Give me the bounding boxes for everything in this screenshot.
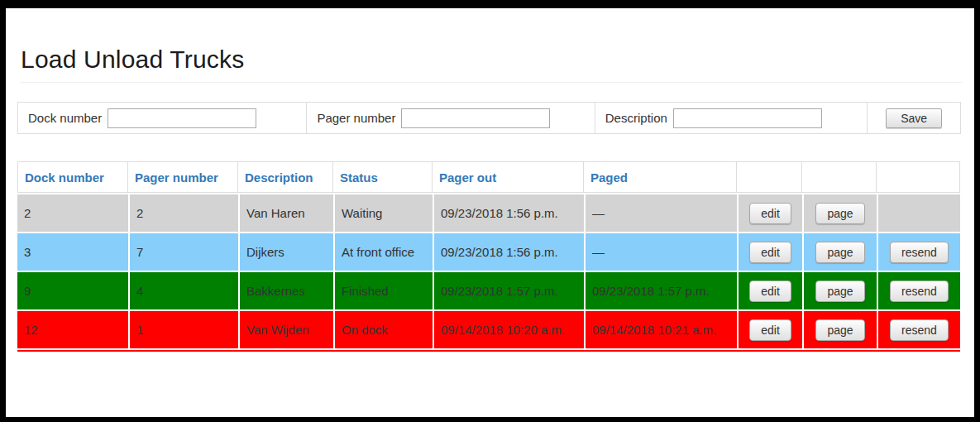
cell-description: Bakkernes bbox=[238, 271, 333, 309]
cell-paged: 09/14/2018 10:21 a.m. bbox=[584, 309, 737, 350]
cell-action-page: page bbox=[802, 309, 877, 350]
dock-number-input[interactable] bbox=[108, 108, 256, 128]
edit-button[interactable]: edit bbox=[749, 319, 791, 341]
cell-paged: — bbox=[584, 232, 737, 271]
page-content: Load Unload Trucks Dock number Pager num… bbox=[6, 46, 974, 352]
cell-paged: 09/23/2018 1:57 p.m. bbox=[584, 271, 737, 309]
table-row: 22Van HarenWaiting09/23/2018 1:56 p.m.—e… bbox=[17, 193, 960, 232]
cell-dock-number: 12 bbox=[17, 309, 128, 350]
cell-paged: — bbox=[584, 193, 737, 232]
cell-action-page: page bbox=[802, 193, 877, 232]
header-dock-number: Dock number bbox=[17, 161, 128, 193]
cell-pager-number: 2 bbox=[128, 193, 238, 232]
cell-action-edit: edit bbox=[737, 271, 802, 309]
page-button[interactable]: page bbox=[815, 242, 864, 263]
header-pager-out: Pager out bbox=[433, 161, 584, 193]
cell-description: Dijkers bbox=[238, 232, 333, 271]
cell-action-page: page bbox=[802, 232, 877, 271]
cell-action-resend bbox=[877, 193, 960, 232]
cell-dock-number: 3 bbox=[17, 232, 128, 271]
cell-status: On dock bbox=[333, 309, 433, 350]
page-button[interactable]: page bbox=[815, 203, 864, 224]
description-label: Description bbox=[605, 111, 667, 125]
cell-pager-out: 09/23/2018 1:57 p.m. bbox=[433, 271, 584, 309]
page-button[interactable]: page bbox=[815, 319, 864, 341]
page-button[interactable]: page bbox=[815, 281, 864, 302]
header-edit-actions bbox=[737, 161, 802, 193]
cell-status: Waiting bbox=[333, 193, 433, 232]
cell-action-resend: resend bbox=[877, 232, 960, 271]
table-row: 37DijkersAt front office09/23/2018 1:56 … bbox=[17, 232, 960, 271]
cell-action-page: page bbox=[802, 271, 877, 309]
cell-dock-number: 9 bbox=[17, 271, 128, 309]
header-status: Status bbox=[333, 161, 433, 193]
header-page-actions bbox=[802, 161, 877, 193]
pager-number-input[interactable] bbox=[401, 108, 550, 128]
cell-action-edit: edit bbox=[737, 309, 802, 350]
description-input[interactable] bbox=[673, 108, 822, 128]
cell-pager-number: 4 bbox=[128, 271, 238, 309]
trucks-table: Dock number Pager number Description Sta… bbox=[17, 161, 960, 352]
resend-button[interactable]: resend bbox=[890, 281, 949, 302]
title-divider bbox=[21, 82, 963, 83]
pager-number-label: Pager number bbox=[317, 111, 395, 125]
edit-button[interactable]: edit bbox=[749, 281, 791, 302]
cell-action-resend: resend bbox=[877, 271, 960, 309]
app-window: Load Unload Trucks Dock number Pager num… bbox=[6, 8, 974, 417]
table-row: 121Van WijdenOn dock09/14/2018 10:20 a.m… bbox=[17, 309, 960, 350]
cell-pager-number: 1 bbox=[128, 309, 238, 350]
cell-action-edit: edit bbox=[737, 232, 802, 271]
table-body: 22Van HarenWaiting09/23/2018 1:56 p.m.—e… bbox=[17, 193, 960, 350]
cell-status: Finished bbox=[333, 271, 433, 309]
save-button[interactable]: Save bbox=[886, 108, 942, 128]
cell-description: Van Haren bbox=[238, 193, 333, 232]
form-cell-dock-number: Dock number bbox=[18, 103, 307, 133]
form-cell-pager-number: Pager number bbox=[307, 103, 595, 133]
header-paged: Paged bbox=[584, 161, 737, 193]
cell-dock-number: 2 bbox=[17, 193, 128, 232]
table-header-row: Dock number Pager number Description Sta… bbox=[17, 161, 960, 193]
page-title: Load Unload Trucks bbox=[21, 46, 974, 74]
cell-pager-out: 09/14/2018 10:20 a.m. bbox=[433, 309, 584, 350]
cell-pager-number: 7 bbox=[128, 232, 238, 271]
new-entry-form: Dock number Pager number Description Sav… bbox=[17, 102, 961, 134]
form-cell-save: Save bbox=[868, 103, 960, 133]
form-cell-description: Description bbox=[595, 103, 868, 133]
table-row: 94BakkernesFinished09/23/2018 1:57 p.m.0… bbox=[17, 271, 960, 309]
cell-action-edit: edit bbox=[737, 193, 802, 232]
header-pager-number: Pager number bbox=[128, 161, 238, 193]
resend-button[interactable]: resend bbox=[890, 319, 949, 341]
edit-button[interactable]: edit bbox=[749, 203, 791, 224]
cell-action-resend: resend bbox=[877, 309, 960, 350]
cell-status: At front office bbox=[333, 232, 433, 271]
dock-number-label: Dock number bbox=[28, 111, 102, 125]
cell-pager-out: 09/23/2018 1:56 p.m. bbox=[433, 193, 584, 232]
resend-button[interactable]: resend bbox=[890, 242, 949, 263]
header-description: Description bbox=[238, 161, 333, 193]
edit-button[interactable]: edit bbox=[749, 242, 791, 263]
cell-pager-out: 09/23/2018 1:56 p.m. bbox=[433, 232, 584, 271]
header-resend-actions bbox=[877, 161, 960, 193]
cell-description: Van Wijden bbox=[238, 309, 333, 350]
